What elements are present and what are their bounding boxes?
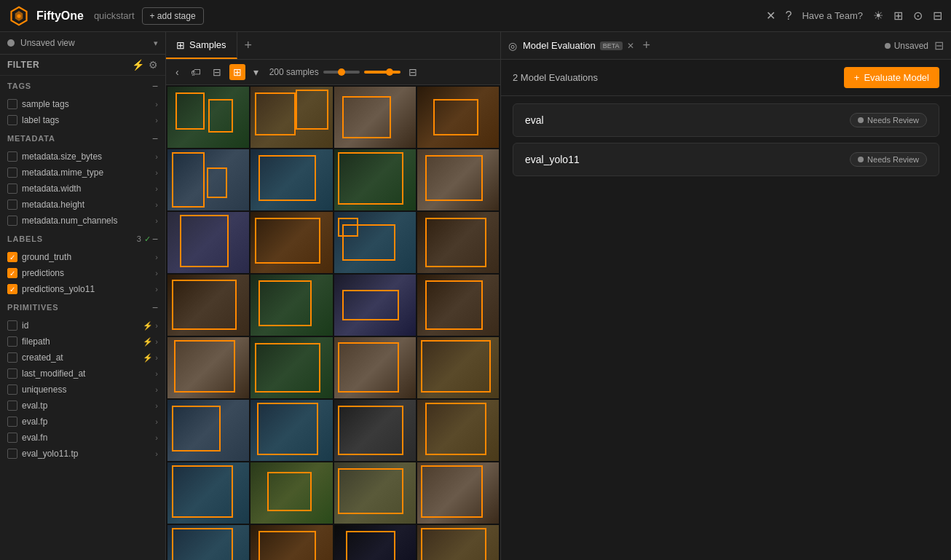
sample-cell[interactable] bbox=[250, 525, 332, 560]
sample-cell[interactable] bbox=[167, 462, 249, 524]
evaluate-model-button[interactable]: + Evaluate Model bbox=[844, 67, 939, 88]
sample-cell[interactable] bbox=[167, 525, 249, 560]
sample-cell[interactable] bbox=[167, 87, 249, 148]
sidebar-item-uniqueness[interactable]: uniqueness › bbox=[0, 382, 165, 398]
sample-cell[interactable] bbox=[417, 400, 499, 461]
sun-icon[interactable]: ☀ bbox=[873, 9, 883, 23]
metadata-size-checkbox[interactable] bbox=[7, 151, 17, 162]
model-eval-close-icon[interactable]: ✕ bbox=[627, 41, 634, 51]
help-icon[interactable]: ? bbox=[786, 9, 792, 23]
sidebar-item-metadata-width[interactable]: metadata.width › bbox=[0, 181, 165, 197]
sidebar-item-id[interactable]: id ⚡ › bbox=[0, 318, 165, 334]
tags-section-header[interactable]: TAGS − bbox=[0, 76, 165, 96]
view-selector[interactable]: Unsaved view ▾ bbox=[0, 32, 165, 55]
labels-collapse-icon[interactable]: − bbox=[152, 233, 158, 245]
sidebar-item-predictions[interactable]: predictions › bbox=[0, 265, 165, 281]
primitives-collapse-icon[interactable]: − bbox=[152, 301, 158, 313]
label-tags-checkbox[interactable] bbox=[7, 115, 17, 125]
sample-cell[interactable] bbox=[167, 212, 249, 273]
sidebar-item-metadata-height[interactable]: metadata.height › bbox=[0, 197, 165, 213]
sample-tags-checkbox[interactable] bbox=[7, 99, 17, 109]
grid-view-button[interactable]: ⊞ bbox=[229, 64, 245, 80]
sample-cell[interactable] bbox=[250, 212, 332, 273]
zoom-slider[interactable] bbox=[323, 71, 360, 74]
sample-cell[interactable] bbox=[167, 275, 249, 336]
sidebar-item-eval-yolo11-tp[interactable]: eval_yolo11.tp › bbox=[0, 446, 165, 462]
metadata-width-checkbox[interactable] bbox=[7, 184, 17, 194]
id-checkbox[interactable] bbox=[7, 320, 17, 331]
metadata-height-checkbox[interactable] bbox=[7, 200, 17, 210]
sample-cell[interactable] bbox=[334, 149, 416, 210]
metadata-channels-checkbox[interactable] bbox=[7, 216, 17, 226]
eval-tp-checkbox[interactable] bbox=[7, 401, 17, 411]
add-eval-panel-button[interactable]: + bbox=[643, 38, 651, 53]
filepath-checkbox[interactable] bbox=[7, 336, 17, 347]
sidebar-item-metadata-mime[interactable]: metadata.mime_type › bbox=[0, 165, 165, 181]
back-button[interactable]: ‹ bbox=[172, 64, 183, 80]
sample-cell[interactable] bbox=[250, 462, 332, 524]
sample-cell[interactable] bbox=[334, 87, 416, 148]
labels-section-header[interactable]: LABELS 3 ✓ − bbox=[0, 229, 165, 249]
close-icon[interactable]: ✕ bbox=[766, 9, 776, 23]
grid-icon[interactable]: ⊞ bbox=[893, 9, 903, 23]
eval-fn-checkbox[interactable] bbox=[7, 433, 17, 443]
sidebar-item-metadata-channels[interactable]: metadata.num_channels › bbox=[0, 213, 165, 229]
predictions-yolo11-checkbox[interactable] bbox=[7, 284, 17, 294]
sidebar-item-eval-fn[interactable]: eval.fn › bbox=[0, 430, 165, 446]
sample-cell[interactable] bbox=[417, 87, 499, 148]
sample-cell[interactable] bbox=[334, 462, 416, 524]
sidebar-item-metadata-size[interactable]: metadata.size_bytes › bbox=[0, 149, 165, 165]
right-panel-grid-icon[interactable]: ⊟ bbox=[934, 39, 944, 52]
sidebar-item-last-modified[interactable]: last_modified_at › bbox=[0, 366, 165, 382]
filter-button[interactable]: ⊟ bbox=[209, 64, 225, 80]
sample-cell[interactable] bbox=[250, 87, 332, 148]
uniqueness-checkbox[interactable] bbox=[7, 384, 17, 395]
sample-cell[interactable] bbox=[334, 337, 416, 398]
primitives-section-header[interactable]: PRIMITIVES − bbox=[0, 297, 165, 318]
tab-samples[interactable]: ⊞ Samples bbox=[166, 32, 237, 59]
brightness-slider[interactable] bbox=[364, 71, 400, 74]
tab-model-evaluation[interactable]: Model Evaluation BETA ✕ bbox=[523, 40, 634, 51]
settings-button[interactable]: ⊟ bbox=[405, 64, 421, 80]
metadata-section-header[interactable]: METADATA − bbox=[0, 128, 165, 149]
metadata-collapse-icon[interactable]: − bbox=[152, 133, 158, 144]
sample-cell[interactable] bbox=[334, 275, 416, 336]
sidebar-item-label-tags[interactable]: label tags › bbox=[0, 112, 165, 128]
sample-cell[interactable] bbox=[334, 400, 416, 461]
tag-button[interactable]: 🏷 bbox=[187, 64, 205, 80]
sample-cell[interactable] bbox=[417, 525, 499, 560]
sample-cell[interactable] bbox=[334, 212, 416, 273]
tags-collapse-icon[interactable]: − bbox=[152, 80, 158, 92]
sample-cell[interactable] bbox=[250, 149, 332, 210]
sample-cell[interactable] bbox=[417, 337, 499, 398]
sample-cell[interactable] bbox=[417, 149, 499, 210]
layout-icon[interactable]: ⊟ bbox=[933, 9, 942, 23]
eval-row-yolo11[interactable]: eval_yolo11 Needs Review bbox=[513, 143, 939, 176]
add-stage-button[interactable]: + add stage bbox=[142, 7, 204, 25]
eval-panel-icon[interactable]: ◎ bbox=[508, 40, 517, 52]
eval-yolo11-tp-checkbox[interactable] bbox=[7, 449, 17, 459]
caret-down-button[interactable]: ▾ bbox=[250, 64, 262, 80]
metadata-mime-checkbox[interactable] bbox=[7, 167, 17, 178]
sidebar-item-ground-truth[interactable]: ground_truth › bbox=[0, 249, 165, 265]
sample-cell[interactable] bbox=[250, 400, 332, 461]
sidebar-item-eval-fp[interactable]: eval.fp › bbox=[0, 414, 165, 430]
add-panel-button[interactable]: + bbox=[237, 38, 260, 53]
predictions-checkbox[interactable] bbox=[7, 268, 17, 278]
sample-cell[interactable] bbox=[417, 275, 499, 336]
sample-cell[interactable] bbox=[250, 275, 332, 336]
sample-cell[interactable] bbox=[417, 212, 499, 273]
sidebar-item-predictions-yolo11[interactable]: predictions_yolo11 › bbox=[0, 281, 165, 297]
sample-cell[interactable] bbox=[250, 337, 332, 398]
ground-truth-checkbox[interactable] bbox=[7, 252, 17, 262]
lightning-icon[interactable]: ⚡ bbox=[132, 59, 144, 71]
sidebar-item-filepath[interactable]: filepath ⚡ › bbox=[0, 334, 165, 350]
sidebar-item-sample-tags[interactable]: sample tags › bbox=[0, 96, 165, 112]
eval-row-eval[interactable]: eval Needs Review bbox=[513, 103, 939, 137]
created-at-checkbox[interactable] bbox=[7, 352, 17, 363]
eval-fp-checkbox[interactable] bbox=[7, 417, 17, 427]
sample-cell[interactable] bbox=[167, 149, 249, 210]
sample-cell[interactable] bbox=[417, 462, 499, 524]
last-modified-checkbox[interactable] bbox=[7, 368, 17, 379]
github-icon[interactable]: ⊙ bbox=[913, 9, 923, 23]
